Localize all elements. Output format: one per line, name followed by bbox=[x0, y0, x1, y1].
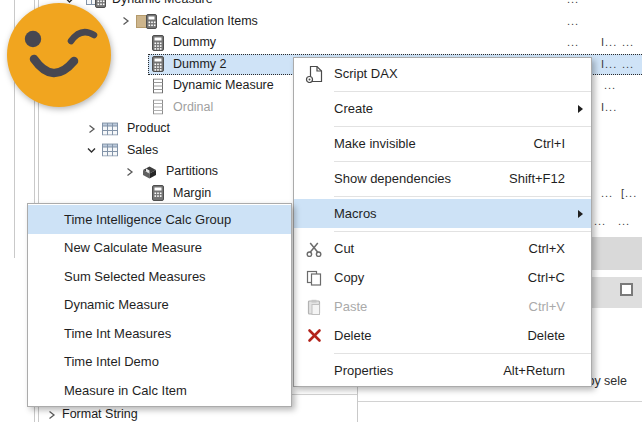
grid-line bbox=[292, 394, 357, 395]
menu-separator bbox=[334, 91, 591, 92]
context-menu-item-copy[interactable]: Copy Ctrl+C bbox=[294, 263, 591, 292]
tree-cell: I... bbox=[601, 97, 617, 119]
tree-item-label: Dynamic Measure bbox=[112, 0, 213, 11]
menu-item-shortcut: Alt+Return bbox=[503, 363, 565, 378]
tree-cell: [... bbox=[621, 183, 637, 205]
calculator-icon bbox=[152, 35, 164, 51]
tree-cell: ... bbox=[567, 32, 579, 54]
macro-item-sum-selected-measures[interactable]: Sum Selected Measures bbox=[28, 262, 291, 291]
tree-cell: ... bbox=[601, 183, 613, 205]
tree-item-label: Dynamic Measure bbox=[173, 75, 274, 97]
menu-item-shortcut: Delete bbox=[527, 328, 565, 343]
winking-smiley-sticker bbox=[6, 2, 112, 108]
menu-item-label: Show dependencies bbox=[334, 171, 509, 186]
macro-item-time-intelligence-calc-group[interactable]: Time Intelligence Calc Group bbox=[28, 205, 291, 234]
calculator-icon bbox=[152, 56, 164, 72]
menu-item-label: Script DAX bbox=[334, 66, 591, 81]
menu-item-label: Paste bbox=[334, 299, 529, 314]
menu-item-label: Macros bbox=[334, 206, 591, 221]
menu-separator bbox=[334, 196, 591, 197]
tree-item-label: Calculation Items bbox=[162, 11, 258, 33]
context-menu-item-show-dependencies[interactable]: Show dependencies Shift+F12 bbox=[294, 164, 591, 193]
menu-item-label: Time Intelligence Calc Group bbox=[64, 212, 291, 227]
context-menu-item-paste[interactable]: Paste Ctrl+V bbox=[294, 292, 591, 321]
tree-item-label: Dummy 2 bbox=[173, 54, 226, 76]
menu-item-label: Time Int Measures bbox=[64, 326, 291, 341]
context-menu-item-macros[interactable]: Macros bbox=[294, 199, 591, 228]
menu-item-label: Delete bbox=[334, 328, 527, 343]
tree-item-label: Ordinal bbox=[173, 97, 213, 119]
chevron-right-icon[interactable] bbox=[44, 408, 58, 422]
paste-icon bbox=[294, 299, 334, 315]
menu-item-label: Properties bbox=[334, 363, 503, 378]
chevron-right-icon[interactable] bbox=[122, 165, 136, 179]
tree-item-label: Partitions bbox=[166, 161, 218, 183]
menu-item-shortcut: Ctrl+X bbox=[529, 241, 565, 256]
macro-item-dynamic-measure[interactable]: Dynamic Measure bbox=[28, 291, 291, 320]
partition-icon bbox=[142, 165, 157, 179]
smiley-face-icon bbox=[6, 2, 112, 108]
menu-separator bbox=[334, 231, 591, 232]
table-icon bbox=[102, 122, 118, 135]
tree-item-label: Format String bbox=[62, 404, 138, 422]
chevron-down-icon[interactable] bbox=[84, 143, 98, 157]
menu-separator bbox=[334, 353, 591, 354]
macro-item-time-intel-demo[interactable]: Time Intel Demo bbox=[28, 348, 291, 377]
tree-cell: ... bbox=[594, 211, 606, 233]
menu-item-shortcut: Ctrl+V bbox=[529, 299, 565, 314]
submenu-arrow-icon bbox=[578, 105, 583, 113]
menu-separator bbox=[334, 161, 591, 162]
table-icon bbox=[102, 144, 118, 157]
tree-item-label: Product bbox=[127, 118, 170, 140]
measure-icon bbox=[153, 100, 163, 115]
macro-item-new-calculate-measure[interactable]: New Calculate Measure bbox=[28, 234, 291, 263]
context-menu-item-cut[interactable]: Cut Ctrl+X bbox=[294, 234, 591, 263]
menu-item-label: Cut bbox=[334, 241, 529, 256]
chevron-right-icon[interactable] bbox=[118, 14, 132, 28]
menu-item-shortcut: Shift+F12 bbox=[509, 171, 565, 186]
grid-line bbox=[357, 401, 642, 402]
tree-item-format-string[interactable]: Format String bbox=[0, 404, 642, 422]
app-window: Dynamic Measure ... Calculation Items ..… bbox=[0, 0, 642, 422]
measure-icon bbox=[153, 78, 163, 93]
tree-cell: ... bbox=[622, 54, 634, 76]
panel-block bbox=[592, 277, 642, 308]
menu-item-shortcut: Ctrl+I bbox=[534, 136, 565, 151]
macro-item-time-int-measures[interactable]: Time Int Measures bbox=[28, 319, 291, 348]
context-menu-item-create[interactable]: Create bbox=[294, 94, 591, 123]
menu-item-label: Time Intel Demo bbox=[64, 354, 291, 369]
cut-icon bbox=[294, 241, 334, 257]
context-menu-item-make-invisible[interactable]: Make invisible Ctrl+I bbox=[294, 129, 591, 158]
macro-item-measure-in-calc-item[interactable]: Measure in Calc Item bbox=[28, 376, 291, 405]
context-menu-item-properties[interactable]: Properties Alt+Return bbox=[294, 356, 591, 385]
tree-item-label: Sales bbox=[127, 140, 158, 162]
checkbox[interactable] bbox=[620, 283, 633, 296]
script-dax-icon bbox=[294, 65, 334, 83]
menu-item-label: New Calculate Measure bbox=[64, 240, 291, 255]
menu-item-shortcut: Ctrl+C bbox=[528, 270, 565, 285]
menu-item-label: Dynamic Measure bbox=[64, 297, 291, 312]
copy-icon bbox=[294, 270, 334, 286]
tree-cell: I... bbox=[601, 32, 617, 54]
tree-cell: ... bbox=[618, 211, 630, 233]
macros-submenu: Time Intelligence Calc Group New Calcula… bbox=[27, 203, 292, 407]
tree-item-label: Dummy bbox=[173, 32, 216, 54]
menu-item-label: Copy bbox=[334, 270, 528, 285]
menu-item-label: Create bbox=[334, 101, 591, 116]
chevron-right-icon[interactable] bbox=[84, 122, 98, 136]
calculator-icon bbox=[152, 185, 164, 201]
tree-cell: ... bbox=[567, 11, 579, 33]
menu-separator bbox=[334, 126, 591, 127]
panel-block bbox=[592, 237, 642, 270]
delete-icon bbox=[294, 328, 334, 343]
tree-cell: I... bbox=[601, 54, 617, 76]
tree-cell: ... bbox=[567, 0, 579, 11]
grid-line bbox=[357, 386, 358, 422]
menu-item-label: Sum Selected Measures bbox=[64, 269, 291, 284]
context-menu-item-script-dax[interactable]: Script DAX bbox=[294, 59, 591, 88]
context-menu-item-delete[interactable]: Delete Delete bbox=[294, 321, 591, 350]
calculation-items-icon bbox=[136, 13, 158, 29]
menu-item-label: Make invisible bbox=[334, 136, 534, 151]
tree-item-label: Margin bbox=[173, 183, 211, 205]
menu-item-label: Measure in Calc Item bbox=[64, 383, 291, 398]
